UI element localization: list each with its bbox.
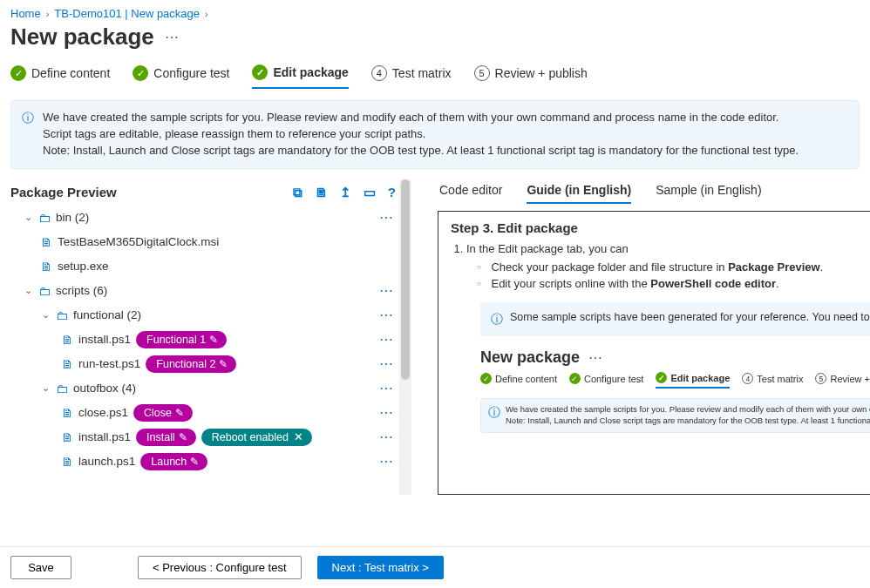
tree-file[interactable]: 🗎 setup.exe bbox=[10, 254, 411, 279]
scrollbar-track[interactable] bbox=[399, 179, 411, 495]
reboot-tag[interactable]: Reboot enabled ✕ bbox=[201, 429, 312, 446]
row-menu-icon[interactable]: ⋯ bbox=[379, 307, 396, 323]
tree-file[interactable]: 🗎 install.ps1 Install ✎ Reboot enabled ✕… bbox=[10, 425, 411, 449]
tree-label: scripts (6) bbox=[56, 284, 107, 297]
page-actions-menu[interactable]: ⋯ bbox=[165, 29, 180, 45]
tree-folder-scripts[interactable]: ⌄ 🗀 scripts (6) ⋯ bbox=[10, 279, 411, 303]
tab-code-editor[interactable]: Code editor bbox=[439, 183, 502, 204]
tag-label: Functional 2 bbox=[156, 356, 215, 372]
tree-file[interactable]: 🗎 TestBaseM365DigitalClock.msi bbox=[10, 230, 411, 254]
script-tag[interactable]: Functional 2 ✎ bbox=[146, 355, 236, 373]
step-test-matrix[interactable]: 4 Test matrix bbox=[371, 64, 452, 89]
next-button[interactable]: Next : Test matrix > bbox=[317, 556, 444, 579]
add-file-icon[interactable]: 🗎 bbox=[315, 185, 328, 200]
tree-label: TestBaseM365DigitalClock.msi bbox=[58, 235, 219, 248]
step-label: Test matrix bbox=[392, 66, 452, 80]
guide-intro: In the Edit package tab, you can bbox=[466, 242, 629, 255]
scrollbar-thumb[interactable] bbox=[401, 179, 410, 380]
step-label: Review + publish bbox=[495, 66, 588, 80]
edit-icon: ✎ bbox=[219, 356, 228, 372]
chevron-right-icon: › bbox=[205, 9, 208, 19]
chevron-down-icon: ⌄ bbox=[40, 309, 51, 321]
previous-button[interactable]: < Previous : Configure test bbox=[138, 556, 302, 579]
info-line: Script tags are editable, please reassig… bbox=[43, 126, 799, 143]
breadcrumb-home[interactable]: Home bbox=[10, 7, 41, 20]
step-number-icon: 5 bbox=[815, 373, 826, 384]
chevron-right-icon: › bbox=[46, 9, 50, 19]
step-label: Edit package bbox=[273, 65, 348, 79]
tree-file[interactable]: 🗎 launch.ps1 Launch ✎ ⋯ bbox=[10, 449, 411, 474]
file-icon: 🗎 bbox=[61, 333, 73, 347]
script-tag[interactable]: Install ✎ bbox=[136, 429, 196, 446]
step-edit-package[interactable]: ✓ Edit package bbox=[252, 64, 348, 89]
folder-icon: 🗀 bbox=[56, 308, 68, 322]
tree-file[interactable]: 🗎 run-test.ps1 Functional 2 ✎ ⋯ bbox=[10, 352, 411, 376]
package-tree: ⌄ 🗀 bin (2) ⋯ 🗎 TestBaseM365DigitalClock… bbox=[10, 206, 411, 474]
tab-guide[interactable]: Guide (in English) bbox=[527, 183, 631, 204]
tree-label: install.ps1 bbox=[78, 430, 131, 443]
tag-label: Close bbox=[144, 405, 172, 421]
guide-bullet: Check your package folder and file struc… bbox=[477, 260, 870, 274]
folder-icon: 🗀 bbox=[56, 382, 68, 395]
save-button[interactable]: Save bbox=[10, 556, 71, 579]
wizard-steps: ✓ Define content ✓ Configure test ✓ Edit… bbox=[0, 59, 870, 90]
tree-label: run-test.ps1 bbox=[78, 357, 140, 370]
rename-icon[interactable]: ▭ bbox=[364, 185, 376, 200]
tree-label: outofbox (4) bbox=[73, 382, 136, 395]
step-configure-test[interactable]: ✓ Configure test bbox=[133, 64, 229, 89]
guide-bullet: Edit your scripts online with the PowerS… bbox=[477, 277, 870, 290]
file-icon: 🗎 bbox=[61, 406, 73, 420]
row-menu-icon[interactable]: ⋯ bbox=[379, 282, 396, 299]
nested-title: New package bbox=[480, 348, 580, 367]
row-menu-icon[interactable]: ⋯ bbox=[379, 453, 396, 470]
step-number-icon: 5 bbox=[474, 65, 490, 81]
row-menu-icon[interactable]: ⋯ bbox=[379, 380, 396, 396]
nested-kebab-icon: ⋯ bbox=[588, 349, 603, 366]
check-icon: ✓ bbox=[252, 64, 268, 80]
check-icon: ✓ bbox=[656, 372, 667, 383]
row-menu-icon[interactable]: ⋯ bbox=[379, 331, 396, 348]
tab-sample[interactable]: Sample (in English) bbox=[656, 183, 761, 204]
guide-panel: Step 3. Edit package In the Edit package… bbox=[438, 211, 870, 495]
row-menu-icon[interactable]: ⋯ bbox=[379, 355, 396, 372]
breadcrumb-project[interactable]: TB-Demo101 | New package bbox=[54, 7, 200, 20]
tag-label: Install bbox=[146, 429, 175, 445]
upload-icon[interactable]: ↥ bbox=[340, 185, 351, 200]
footer-actions: Save < Previous : Configure test Next : … bbox=[0, 546, 870, 588]
panel-title: Package Preview bbox=[10, 185, 117, 199]
file-icon: 🗎 bbox=[40, 235, 52, 249]
script-tag[interactable]: Launch ✎ bbox=[140, 453, 207, 470]
script-tag[interactable]: Close ✎ bbox=[133, 404, 193, 422]
row-menu-icon[interactable]: ⋯ bbox=[379, 404, 396, 421]
tree-file[interactable]: 🗎 close.ps1 Close ✎ ⋯ bbox=[10, 401, 411, 425]
tree-label: close.ps1 bbox=[78, 406, 128, 419]
edit-icon: ✎ bbox=[175, 405, 184, 421]
tree-file[interactable]: 🗎 install.ps1 Functional 1 ✎ ⋯ bbox=[10, 328, 411, 352]
check-icon: ✓ bbox=[569, 373, 581, 384]
page-title: New package bbox=[10, 24, 154, 51]
step-define-content[interactable]: ✓ Define content bbox=[10, 64, 110, 89]
folder-icon: 🗀 bbox=[38, 211, 51, 225]
check-icon: ✓ bbox=[480, 373, 492, 384]
script-tag[interactable]: Functional 1 ✎ bbox=[136, 331, 227, 348]
row-menu-icon[interactable]: ⋯ bbox=[379, 429, 396, 445]
guide-info-box: ⓘ Some sample scripts have been generate… bbox=[480, 302, 870, 337]
add-folder-icon[interactable]: ⧉ bbox=[293, 185, 302, 200]
row-menu-icon[interactable]: ⋯ bbox=[379, 209, 396, 226]
check-icon: ✓ bbox=[10, 65, 26, 81]
tree-folder-functional[interactable]: ⌄ 🗀 functional (2) ⋯ bbox=[10, 303, 411, 328]
chevron-down-icon: ⌄ bbox=[23, 212, 33, 223]
step-number-icon: 4 bbox=[371, 65, 387, 81]
info-icon: ⓘ bbox=[22, 110, 34, 159]
tree-folder-outofbox[interactable]: ⌄ 🗀 outofbox (4) ⋯ bbox=[10, 376, 411, 401]
breadcrumb: Home › TB-Demo101 | New package › bbox=[0, 0, 870, 22]
tree-folder-bin[interactable]: ⌄ 🗀 bin (2) ⋯ bbox=[10, 206, 411, 230]
step-review-publish[interactable]: 5 Review + publish bbox=[474, 64, 588, 89]
chevron-down-icon: ⌄ bbox=[40, 382, 51, 394]
info-icon: ⓘ bbox=[488, 404, 500, 427]
help-icon[interactable]: ? bbox=[388, 185, 396, 200]
package-preview-panel: Package Preview ⧉ 🗎 ↥ ▭ ? ⌄ 🗀 bin (2) ⋯ bbox=[10, 179, 411, 495]
nested-info-line: Note: Install, Launch and Close script t… bbox=[506, 416, 870, 427]
tag-label: Reboot enabled bbox=[212, 429, 289, 445]
tree-label: launch.ps1 bbox=[78, 455, 135, 468]
